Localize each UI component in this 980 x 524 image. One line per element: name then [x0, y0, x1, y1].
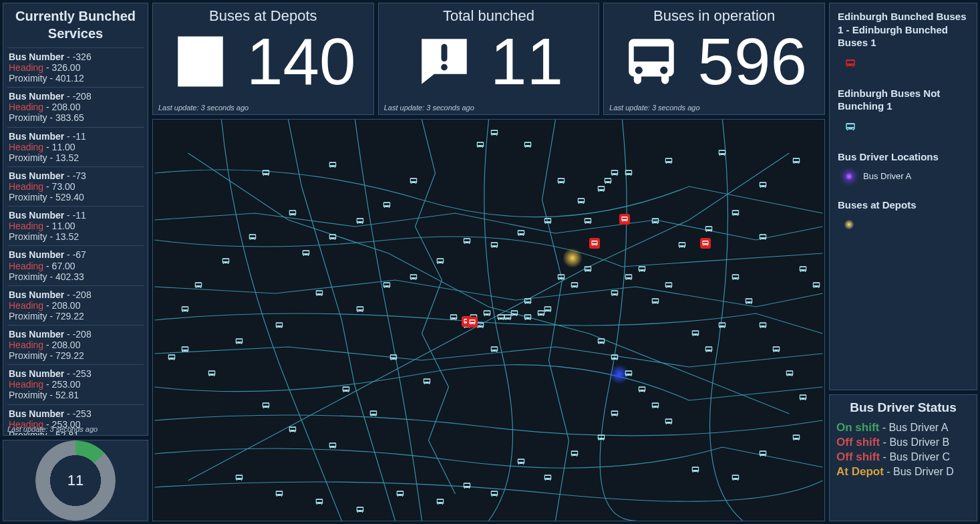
bus-marker[interactable]	[717, 148, 727, 158]
bus-marker[interactable]	[758, 320, 768, 331]
bus-marker[interactable]	[509, 308, 520, 319]
bus-marker[interactable]	[623, 272, 634, 283]
bus-marker[interactable]	[583, 264, 593, 275]
bus-marker[interactable]	[596, 432, 607, 443]
bunched-item[interactable]: Bus Number - -11Heading - 11.00Proximity…	[7, 206, 144, 245]
bunched-item[interactable]: Bus Number - -208Heading - 208.00Proximi…	[7, 325, 144, 364]
stat-total-bunched[interactable]: Total bunched 11 Last update: 3 seconds …	[378, 3, 600, 115]
bus-marker[interactable]	[596, 336, 607, 347]
bunched-services-list[interactable]: Bus Number - -326Heading - 326.00Proximi…	[3, 47, 148, 436]
bus-marker[interactable]	[489, 344, 500, 355]
bus-marker[interactable]	[489, 240, 500, 251]
bus-marker[interactable]	[287, 424, 298, 435]
bus-marker[interactable]	[381, 280, 392, 291]
bus-marker[interactable]	[327, 440, 338, 451]
bus-marker[interactable]	[355, 304, 365, 315]
bus-marker[interactable]	[301, 248, 311, 259]
bus-marker[interactable]	[327, 232, 338, 243]
bus-marker[interactable]	[690, 465, 701, 475]
bunched-bus-marker[interactable]	[700, 238, 711, 249]
bus-marker[interactable]	[791, 156, 802, 166]
bus-marker[interactable]	[609, 288, 620, 299]
bus-marker[interactable]	[381, 200, 392, 211]
bus-marker[interactable]	[516, 228, 526, 239]
bus-marker[interactable]	[798, 264, 808, 275]
bus-marker[interactable]	[637, 384, 647, 395]
bus-marker[interactable]	[758, 448, 768, 459]
bus-marker[interactable]	[536, 308, 546, 319]
bus-marker[interactable]	[234, 336, 244, 347]
bunched-item[interactable]: Bus Number - -67Heading - 67.00Proximity…	[7, 245, 144, 285]
bus-marker[interactable]	[482, 308, 492, 319]
bus-marker[interactable]	[663, 416, 674, 427]
bus-marker[interactable]	[609, 408, 620, 419]
bunched-item[interactable]: Bus Number - -208Heading - 208.00Proximi…	[7, 285, 144, 325]
bus-marker[interactable]	[489, 489, 500, 499]
bus-marker[interactable]	[730, 473, 741, 483]
bus-marker[interactable]	[220, 256, 231, 267]
bus-marker[interactable]	[569, 280, 580, 291]
bunched-item[interactable]: Bus Number - -73Heading - 73.00Proximity…	[7, 166, 144, 206]
bus-marker[interactable]	[609, 352, 620, 363]
bus-marker[interactable]	[542, 216, 553, 227]
bus-marker[interactable]	[798, 392, 808, 403]
bunched-item[interactable]: Bus Number - -253Heading - 253.00Proximi…	[7, 364, 144, 404]
bus-marker[interactable]	[355, 505, 365, 515]
bus-marker[interactable]	[287, 208, 298, 219]
bus-marker[interactable]	[744, 296, 754, 307]
stat-buses-in-operation[interactable]: Buses in operation 596 Last update: 3 se…	[603, 3, 825, 115]
legend-driver-a[interactable]: Bus Driver A	[838, 168, 969, 184]
bunched-item[interactable]: Bus Number - -326Heading - 326.00Proximi…	[7, 47, 144, 87]
bus-marker[interactable]	[522, 140, 533, 150]
bus-marker[interactable]	[569, 448, 580, 459]
bunched-item[interactable]: Bus Number - -11Heading - 11.00Proximity…	[7, 127, 144, 166]
bus-marker[interactable]	[247, 232, 258, 243]
bus-marker[interactable]	[811, 280, 822, 291]
bus-marker[interactable]	[556, 272, 566, 283]
bus-marker[interactable]	[274, 489, 285, 499]
bus-marker[interactable]	[690, 328, 701, 339]
bus-marker[interactable]	[435, 497, 446, 507]
bus-marker[interactable]	[663, 156, 674, 166]
bus-marker[interactable]	[314, 497, 325, 507]
bus-marker[interactable]	[496, 312, 506, 323]
bus-marker[interactable]	[730, 272, 741, 283]
bus-marker[interactable]	[475, 140, 486, 150]
bus-marker[interactable]	[650, 296, 661, 307]
bus-marker[interactable]	[576, 196, 587, 207]
bus-marker[interactable]	[522, 312, 533, 323]
bus-marker[interactable]	[758, 232, 768, 243]
bus-marker[interactable]	[730, 208, 741, 219]
bus-marker[interactable]	[677, 240, 687, 251]
bus-marker[interactable]	[234, 473, 244, 483]
bus-marker[interactable]	[556, 176, 566, 186]
bunched-bus-marker[interactable]	[619, 214, 630, 225]
bus-marker[interactable]	[609, 168, 620, 178]
bus-marker[interactable]	[522, 296, 533, 307]
bunched-item[interactable]: Bus Number - -208Heading - 208.00Proximi…	[7, 87, 144, 126]
bus-marker[interactable]	[542, 473, 553, 483]
bus-marker[interactable]	[623, 368, 634, 379]
bus-marker[interactable]	[422, 376, 432, 387]
bus-marker[interactable]	[274, 320, 285, 331]
stat-buses-at-depots[interactable]: Buses at Depots 140 Last update: 3 secon…	[152, 3, 374, 115]
bus-marker[interactable]	[327, 160, 338, 170]
bus-marker[interactable]	[758, 180, 768, 190]
bus-marker[interactable]	[771, 344, 782, 355]
bus-marker[interactable]	[462, 236, 472, 247]
depot-glow-marker[interactable]	[562, 248, 583, 268]
bus-marker[interactable]	[388, 352, 399, 363]
bus-marker[interactable]	[703, 344, 714, 355]
map-panel[interactable]	[152, 119, 825, 521]
bus-marker[interactable]	[663, 280, 674, 291]
bus-marker[interactable]	[261, 400, 271, 411]
bus-marker[interactable]	[650, 400, 661, 411]
bus-marker[interactable]	[650, 216, 661, 227]
legend-notbunching-item[interactable]	[838, 118, 969, 136]
bunched-bus-marker[interactable]	[589, 238, 600, 249]
bus-marker[interactable]	[166, 352, 177, 363]
bus-marker[interactable]	[355, 216, 365, 227]
bus-marker[interactable]	[314, 288, 325, 299]
bus-marker[interactable]	[368, 408, 379, 419]
bus-marker[interactable]	[206, 368, 217, 379]
